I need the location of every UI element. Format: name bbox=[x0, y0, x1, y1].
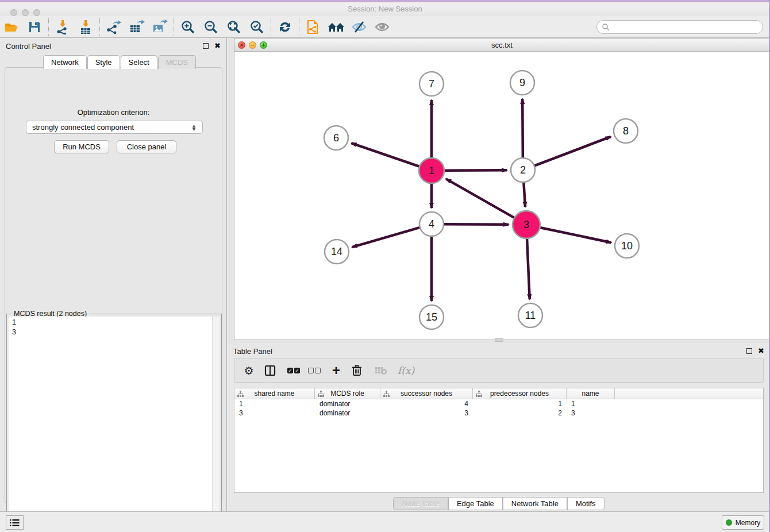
network-graph[interactable]: 7968124314101511 bbox=[234, 52, 769, 340]
save-session-button[interactable] bbox=[23, 17, 46, 37]
cell-predecessor-nodes[interactable]: 1 bbox=[473, 399, 567, 408]
zoom-window-icon[interactable] bbox=[33, 9, 40, 16]
graph-node-label-9: 9 bbox=[519, 77, 525, 88]
shared-column-icon bbox=[237, 391, 244, 397]
graph-edge-4-14[interactable] bbox=[352, 228, 420, 247]
close-window-icon[interactable] bbox=[10, 9, 17, 16]
network-table-splitter-handle[interactable] bbox=[495, 338, 503, 342]
zoom-fit-button[interactable] bbox=[222, 17, 245, 37]
network-window-title: scc.txt bbox=[234, 41, 769, 49]
column-header-mcds-role[interactable]: MCDS role bbox=[315, 388, 380, 399]
column-header-predecessor-nodes[interactable]: predecessor nodes bbox=[473, 388, 567, 399]
mcds-result-text[interactable]: 1 3 bbox=[9, 317, 212, 529]
column-header-name[interactable]: name bbox=[567, 388, 615, 399]
search-area bbox=[596, 20, 763, 34]
network-minimize-icon[interactable]: − bbox=[249, 41, 256, 49]
graph-edge-3-10[interactable] bbox=[540, 228, 611, 242]
graph-edge-3-1[interactable] bbox=[446, 179, 514, 218]
hide-graphics-details-button[interactable] bbox=[348, 17, 371, 37]
import-table-icon bbox=[78, 20, 93, 34]
cell-shared-name[interactable]: 1 bbox=[234, 399, 315, 408]
tab-style[interactable]: Style bbox=[87, 55, 120, 69]
tab-motifs[interactable]: Motifs bbox=[567, 497, 605, 510]
zoom-selected-button[interactable] bbox=[245, 17, 268, 37]
cell-name[interactable]: 1 bbox=[567, 399, 615, 408]
close-table-panel-icon[interactable]: ✖ bbox=[758, 348, 764, 354]
zoom-in-button[interactable] bbox=[176, 17, 199, 37]
deselect-all-columns-icon[interactable] bbox=[308, 368, 321, 373]
tab-network[interactable]: Network bbox=[43, 55, 87, 69]
graph-edge-2-9[interactable] bbox=[522, 99, 523, 158]
graph-node-label-6: 6 bbox=[333, 132, 339, 144]
task-history-button[interactable] bbox=[6, 515, 24, 530]
edges-layer bbox=[351, 99, 611, 301]
network-file-icon bbox=[306, 19, 321, 35]
table-row[interactable]: 3 dominator 3 2 3 bbox=[234, 408, 763, 418]
network-maximize-icon[interactable]: + bbox=[260, 41, 267, 49]
toolbar-separator bbox=[271, 18, 271, 36]
toolbar-separator bbox=[299, 18, 299, 36]
app-title: Session: New Session bbox=[0, 2, 770, 16]
tab-node-table[interactable]: Node Table bbox=[393, 497, 448, 510]
minimize-window-icon[interactable] bbox=[22, 9, 29, 16]
float-panel-icon[interactable] bbox=[203, 43, 209, 49]
delete-row-trash-icon[interactable] bbox=[352, 365, 367, 376]
column-header-shared-name[interactable]: shared name bbox=[234, 388, 315, 399]
graph-edge-1-2[interactable] bbox=[444, 170, 507, 171]
memory-status-icon bbox=[726, 519, 732, 526]
graph-edge-3-11[interactable] bbox=[527, 238, 530, 299]
graph-edge-4-3[interactable] bbox=[444, 224, 509, 225]
function-builder-icon: f(x) bbox=[398, 365, 414, 376]
tab-select[interactable]: Select bbox=[121, 55, 157, 69]
open-session-button[interactable] bbox=[0, 17, 23, 37]
column-header-successor-nodes[interactable]: successor nodes bbox=[380, 388, 473, 399]
cell-predecessor-nodes[interactable]: 2 bbox=[473, 408, 567, 418]
select-all-columns-icon[interactable]: ✓✓ bbox=[287, 368, 300, 373]
table-panel: Table Panel ✖ ⚙ ✓✓ + f(x) shared name bbox=[228, 343, 770, 511]
network-canvas[interactable]: 7968124314101511 bbox=[234, 52, 769, 340]
network-close-icon[interactable]: × bbox=[238, 41, 245, 49]
graph-edge-1-6[interactable] bbox=[351, 143, 419, 167]
zoom-in-icon bbox=[180, 20, 195, 34]
table-row[interactable]: 1 dominator 4 1 1 bbox=[234, 399, 763, 408]
search-box[interactable] bbox=[596, 20, 763, 34]
open-folder-icon bbox=[4, 20, 19, 34]
cell-shared-name[interactable]: 3 bbox=[234, 408, 315, 418]
main-toolbar bbox=[0, 16, 770, 38]
tab-mcds[interactable]: MCDS bbox=[158, 55, 196, 69]
search-input[interactable] bbox=[610, 21, 763, 33]
zoom-out-button[interactable] bbox=[199, 17, 222, 37]
add-row-plus-icon[interactable]: + bbox=[329, 363, 344, 379]
new-network-from-file-button[interactable] bbox=[302, 17, 325, 37]
cell-mcds-role[interactable]: dominator bbox=[315, 408, 380, 418]
network-view-window: scc.txt × − + 7968124314101511 bbox=[234, 38, 770, 340]
cell-successor-nodes[interactable]: 3 bbox=[380, 408, 473, 418]
show-graphics-details-button[interactable] bbox=[371, 17, 394, 37]
close-panel-button[interactable]: Close panel bbox=[117, 140, 176, 153]
import-network-button[interactable] bbox=[51, 17, 74, 37]
graph-node-label-8: 8 bbox=[623, 125, 629, 137]
network-window-titlebar[interactable]: scc.txt × − + bbox=[234, 38, 769, 52]
graph-edge-2-8[interactable] bbox=[534, 137, 611, 166]
memory-button[interactable]: Memory bbox=[722, 515, 764, 530]
import-table-button[interactable] bbox=[74, 17, 97, 37]
export-network-button[interactable] bbox=[102, 17, 125, 37]
export-image-button[interactable] bbox=[148, 17, 171, 37]
first-neighbors-button[interactable] bbox=[325, 17, 348, 37]
tab-edge-table[interactable]: Edge Table bbox=[448, 497, 503, 510]
column-label: successor nodes bbox=[401, 390, 452, 398]
run-mcds-button[interactable]: Run MCDS bbox=[54, 140, 109, 153]
close-panel-icon[interactable]: ✖ bbox=[214, 43, 221, 49]
graph-edge-2-3[interactable] bbox=[523, 182, 525, 207]
float-table-panel-icon[interactable] bbox=[746, 348, 752, 354]
table-settings-gear-icon[interactable]: ⚙ bbox=[241, 364, 256, 377]
cell-name[interactable]: 3 bbox=[567, 408, 615, 418]
cell-mcds-role[interactable]: dominator bbox=[315, 399, 380, 408]
split-columns-icon[interactable] bbox=[264, 365, 279, 376]
tab-network-table[interactable]: Network Table bbox=[503, 497, 567, 510]
refresh-button[interactable] bbox=[274, 17, 297, 37]
export-table-button[interactable] bbox=[125, 17, 148, 37]
cell-successor-nodes[interactable]: 4 bbox=[380, 399, 473, 408]
mcds-result-scrollbar[interactable] bbox=[212, 317, 220, 529]
optimization-criterion-select[interactable]: strongly connected component ▲▼ bbox=[26, 121, 203, 134]
